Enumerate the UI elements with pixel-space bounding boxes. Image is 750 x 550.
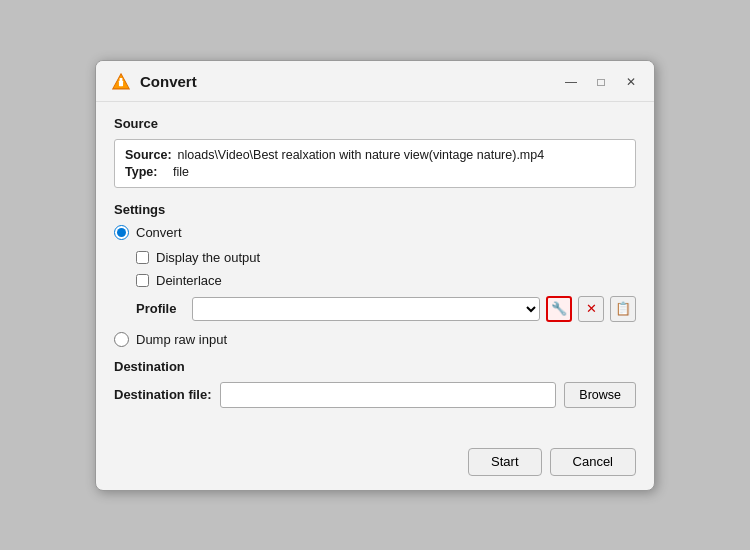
profile-label: Profile bbox=[136, 301, 186, 316]
new-profile-icon: 📋 bbox=[615, 301, 631, 316]
destination-file-row: Destination file: Browse bbox=[114, 382, 636, 408]
source-box: Source: nloads\Video\Best realxation wit… bbox=[114, 139, 636, 188]
delete-icon: ✕ bbox=[586, 301, 597, 316]
vlc-logo-icon bbox=[110, 71, 132, 93]
maximize-button[interactable]: □ bbox=[592, 73, 610, 91]
window-controls: — □ ✕ bbox=[562, 73, 640, 91]
dest-file-label: Destination file: bbox=[114, 387, 212, 402]
dump-raw-radio[interactable] bbox=[114, 332, 129, 347]
browse-button[interactable]: Browse bbox=[564, 382, 636, 408]
convert-radio-label: Convert bbox=[136, 225, 182, 240]
minimize-button[interactable]: — bbox=[562, 73, 580, 91]
settings-section-label: Settings bbox=[114, 202, 636, 217]
edit-profile-button[interactable]: 🔧 bbox=[546, 296, 572, 322]
display-output-label: Display the output bbox=[156, 250, 260, 265]
cancel-button[interactable]: Cancel bbox=[550, 448, 636, 476]
source-section-label: Source bbox=[114, 116, 636, 131]
source-type-row: Type: file bbox=[125, 165, 625, 179]
source-key-label: Source: bbox=[125, 148, 172, 162]
dump-raw-row: Dump raw input bbox=[114, 332, 636, 347]
destination-file-input[interactable] bbox=[220, 382, 557, 408]
start-button[interactable]: Start bbox=[468, 448, 541, 476]
dump-raw-label: Dump raw input bbox=[136, 332, 227, 347]
source-path-row: Source: nloads\Video\Best realxation wit… bbox=[125, 148, 625, 162]
convert-dialog: Convert — □ ✕ Source Source: nloads\Vide… bbox=[95, 60, 655, 491]
convert-radio[interactable] bbox=[114, 225, 129, 240]
convert-radio-row: Convert bbox=[114, 225, 636, 240]
close-button[interactable]: ✕ bbox=[622, 73, 640, 91]
display-output-row: Display the output bbox=[136, 250, 636, 265]
title-bar-left: Convert bbox=[110, 71, 197, 93]
dialog-footer: Start Cancel bbox=[96, 438, 654, 490]
wrench-icon: 🔧 bbox=[551, 301, 567, 316]
new-profile-button[interactable]: 📋 bbox=[610, 296, 636, 322]
delete-profile-button[interactable]: ✕ bbox=[578, 296, 604, 322]
settings-section: Settings Convert Display the output Dein… bbox=[114, 202, 636, 347]
deinterlace-label: Deinterlace bbox=[156, 273, 222, 288]
type-key-label: Type: bbox=[125, 165, 167, 179]
destination-section: Destination Destination file: Browse bbox=[114, 359, 636, 408]
display-output-checkbox[interactable] bbox=[136, 251, 149, 264]
svg-rect-1 bbox=[119, 80, 123, 86]
source-path-value: nloads\Video\Best realxation with nature… bbox=[178, 148, 545, 162]
type-value: file bbox=[173, 165, 189, 179]
dialog-content: Source Source: nloads\Video\Best realxat… bbox=[96, 102, 654, 438]
svg-rect-2 bbox=[120, 77, 123, 80]
destination-section-label: Destination bbox=[114, 359, 636, 374]
deinterlace-checkbox[interactable] bbox=[136, 274, 149, 287]
profile-select[interactable]: Video - H.264 + MP3 (MP4) Video - H.265 … bbox=[192, 297, 540, 321]
title-bar: Convert — □ ✕ bbox=[96, 61, 654, 102]
profile-row: Profile Video - H.264 + MP3 (MP4) Video … bbox=[136, 296, 636, 322]
window-title: Convert bbox=[140, 73, 197, 90]
deinterlace-row: Deinterlace bbox=[136, 273, 636, 288]
